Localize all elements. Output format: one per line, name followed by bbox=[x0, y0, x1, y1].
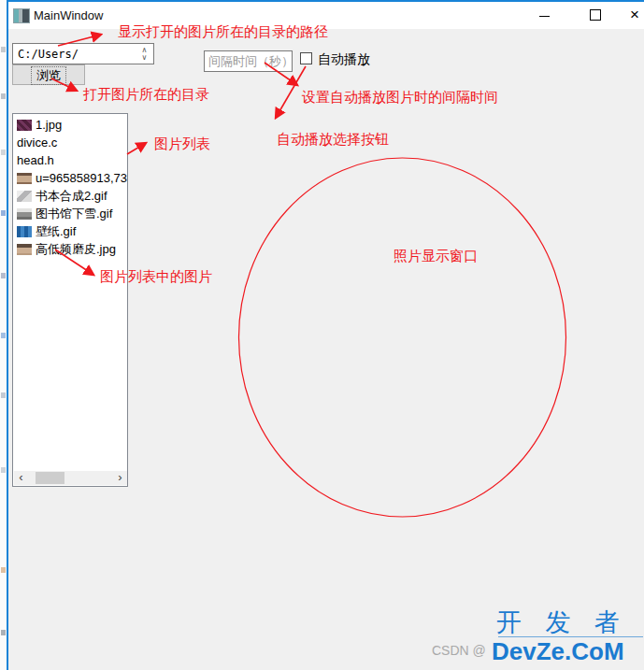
face-image-thumbnail-icon bbox=[17, 173, 32, 184]
building-image-thumbnail-icon bbox=[17, 208, 32, 220]
list-item-label: 壁纸.gif bbox=[36, 223, 76, 240]
list-item[interactable]: divice.c bbox=[13, 134, 127, 151]
list-item-label: u=965858913,73 bbox=[36, 171, 127, 185]
annotation-list-item: 图片列表中的图片 bbox=[100, 268, 212, 286]
close-button[interactable]: × bbox=[622, 2, 644, 29]
app-window-icon bbox=[13, 8, 30, 23]
scroll-right-icon[interactable]: › bbox=[113, 471, 127, 485]
scrollbar-thumb[interactable] bbox=[36, 472, 64, 484]
list-item[interactable]: 图书馆下雪.gif bbox=[13, 205, 127, 222]
autoplay-checkbox[interactable] bbox=[300, 52, 312, 64]
annotation-display-area: 照片显示窗口 bbox=[394, 248, 478, 265]
list-item-label: 图书馆下雪.gif bbox=[36, 206, 112, 222]
scroll-left-icon[interactable]: ‹ bbox=[14, 471, 28, 485]
minimize-button[interactable] bbox=[529, 2, 561, 29]
list-item-label: 1.jpg bbox=[36, 118, 62, 132]
photo-display-circle bbox=[239, 158, 566, 517]
list-item[interactable]: 高低频磨皮.jpg bbox=[13, 240, 127, 258]
close-icon: × bbox=[630, 5, 639, 25]
arrow-to-list-note bbox=[127, 143, 146, 154]
screen: MainWindow × C:/Users/ ∧ ∨ 浏览 自动播放 1.jpg bbox=[0, 0, 644, 670]
image-list[interactable]: 1.jpg divice.c head.h u=965858913,73 书本合… bbox=[12, 113, 128, 487]
annotation-autoplay: 自动播放选择按钮 bbox=[277, 131, 389, 149]
browse-button[interactable]: 浏览 bbox=[12, 64, 85, 85]
browse-button-label: 浏览 bbox=[32, 67, 65, 84]
interval-input[interactable] bbox=[204, 50, 293, 72]
face-image-thumbnail-icon bbox=[17, 244, 32, 255]
horizontal-scrollbar[interactable]: ‹ › bbox=[14, 471, 127, 485]
list-item[interactable]: u=965858913,73 bbox=[13, 169, 127, 187]
path-combobox[interactable]: C:/Users/ ∧ ∨ bbox=[12, 43, 154, 64]
list-item-label: divice.c bbox=[17, 135, 57, 150]
watermark-brand-top: 开 发 者 bbox=[496, 606, 628, 639]
list-item[interactable]: head.h bbox=[13, 151, 127, 169]
annotation-browse: 打开图片所在的目录 bbox=[83, 86, 209, 104]
autoplay-checkbox-label: 自动播放 bbox=[318, 51, 370, 68]
list-item-label: head.h bbox=[17, 153, 54, 167]
maximize-icon bbox=[590, 9, 601, 21]
list-item-label: 高低频磨皮.jpg bbox=[36, 241, 116, 258]
minimize-icon bbox=[539, 16, 550, 17]
watermark-brand-bottom: DevZe.CoM bbox=[492, 637, 624, 666]
background-window-edge bbox=[0, 0, 7, 670]
list-item[interactable]: 书本合成2.gif bbox=[13, 187, 127, 205]
path-combobox-value: C:/Users/ bbox=[18, 48, 79, 61]
csdn-watermark: CSDN @ bbox=[432, 643, 486, 658]
blue-wallpaper-thumbnail-icon bbox=[17, 226, 32, 237]
maximize-button[interactable] bbox=[580, 2, 611, 29]
book-image-thumbnail-icon bbox=[17, 191, 32, 202]
spinner-arrows-icon[interactable]: ∧ ∨ bbox=[137, 44, 151, 64]
maroon-image-thumbnail-icon bbox=[17, 120, 32, 131]
annotation-interval: 设置自动播放图片时的间隔时间 bbox=[302, 89, 498, 107]
window-title: MainWindow bbox=[34, 8, 103, 22]
window-border-left bbox=[7, 0, 8, 670]
list-item[interactable]: 1.jpg bbox=[13, 116, 127, 134]
list-item-label: 书本合成2.gif bbox=[36, 188, 107, 205]
spin-down-icon[interactable]: ∨ bbox=[142, 54, 148, 62]
annotation-list: 图片列表 bbox=[154, 135, 210, 153]
list-item[interactable]: 壁纸.gif bbox=[13, 222, 127, 240]
annotation-path: 显示打开的图片所在的目录的路径 bbox=[118, 23, 328, 41]
